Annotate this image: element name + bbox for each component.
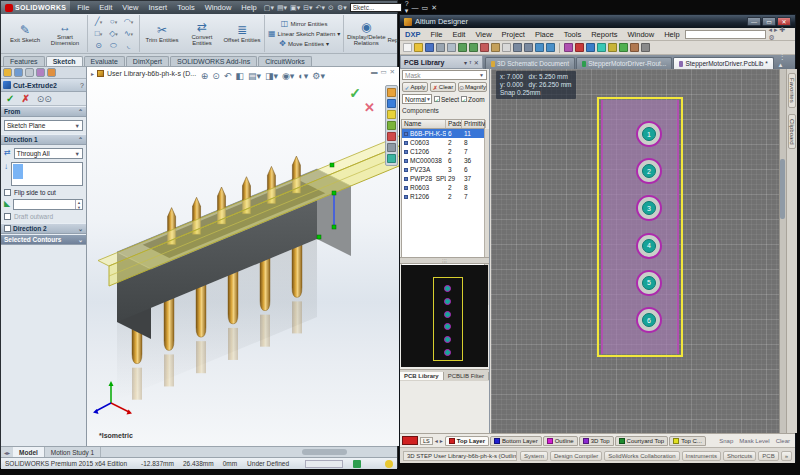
pm-tab-configuration-icon[interactable] <box>25 68 34 77</box>
active-layer-swatch[interactable] <box>402 436 418 445</box>
place-fill-icon[interactable] <box>641 43 650 52</box>
sw-undo-icon[interactable]: ↶▾ <box>316 4 325 12</box>
panel-dropdown-icon[interactable]: ▾ <box>464 59 467 66</box>
circle-tool-icon[interactable]: ○▾ <box>106 16 121 28</box>
sw-options-icon[interactable]: ⚙▾ <box>337 4 347 12</box>
menu-help[interactable]: Help <box>659 29 684 40</box>
editor-vscroll-thumb[interactable] <box>780 159 785 219</box>
ellipse-tool-icon[interactable]: ⬭ <box>106 40 121 52</box>
reverse-direction-icon[interactable]: ⇄ <box>4 148 11 157</box>
alt-help-nav-icons[interactable]: ◂ ▸ ✚ ⚙ <box>769 26 791 42</box>
move-entities-button[interactable]: ✥ Move Entities▾ <box>279 39 329 48</box>
layer-tab-outline[interactable]: Outline <box>543 436 578 446</box>
menu-window[interactable]: Window <box>622 29 659 40</box>
end-condition-select[interactable]: Through All▼ <box>14 148 83 159</box>
menu-insert[interactable]: Insert <box>143 2 172 13</box>
bottom-tab-model[interactable]: Model <box>13 447 45 457</box>
task-view-palette-icon[interactable] <box>387 121 396 130</box>
move-icon[interactable] <box>524 43 533 52</box>
paste-icon[interactable] <box>502 43 511 52</box>
status-button-solidworks-collaboration[interactable]: SolidWorks Collaboration <box>604 451 679 461</box>
smart-dimension-button[interactable]: ↔ Smart Dimension <box>46 16 84 52</box>
component-row[interactable]: C120627 <box>402 147 484 156</box>
menu-edit[interactable]: Edit <box>94 2 117 13</box>
draft-angle-spinner[interactable]: ▲▼ <box>13 199 83 210</box>
pm-cancel-button[interactable]: ✗ <box>21 93 29 104</box>
trim-entities-button[interactable]: ✂ Trim Entities <box>143 16 181 52</box>
layer-scroll-left-icon[interactable]: ◂ <box>435 437 438 444</box>
arc-tool-icon[interactable]: ◠▾ <box>121 16 136 28</box>
component-row[interactable]: R120627 <box>402 192 484 201</box>
polygon-tool-icon[interactable]: ◇▾ <box>106 28 121 40</box>
place-string-icon[interactable] <box>597 43 606 52</box>
zoom-area-icon[interactable] <box>546 43 555 52</box>
component-row[interactable]: PWP28_SPLB2937 <box>402 174 484 183</box>
flip-side-checkbox[interactable]: Flip side to cut <box>4 189 83 196</box>
sw-open-icon[interactable]: ▤▾ <box>277 4 287 12</box>
zoom-fit-icon[interactable]: ⊕ <box>201 71 209 81</box>
menu-tools[interactable]: Tools <box>559 29 587 40</box>
direction2-checkbox[interactable] <box>4 225 11 232</box>
panel-tab-pcblib-filter[interactable]: PCBLIB Filter <box>444 372 489 380</box>
rectangle-tool-icon[interactable]: □▾ <box>91 28 106 40</box>
place-arc-icon[interactable] <box>630 43 639 52</box>
place-polygon-icon[interactable] <box>619 43 628 52</box>
pad-1[interactable]: 1 <box>636 121 662 147</box>
units-combo[interactable] <box>305 460 343 468</box>
sw-new-doc-icon[interactable]: ▢▾ <box>264 4 274 12</box>
place-dimension-icon[interactable] <box>608 43 617 52</box>
column-header-name[interactable]: Name <box>402 120 446 128</box>
sw-restore-icon[interactable]: ▭ <box>422 4 429 12</box>
task-home-icon[interactable] <box>387 88 396 97</box>
sketch-point[interactable] <box>332 225 336 229</box>
copy-icon[interactable] <box>491 43 500 52</box>
draft-outward-checkbox[interactable]: Draft outward <box>4 213 83 220</box>
layer-scroll-right-icon[interactable]: ▸ <box>440 437 443 444</box>
tab-dimxpert[interactable]: DimXpert <box>126 56 169 66</box>
print-preview-icon[interactable] <box>447 43 456 52</box>
menu-dxp[interactable]: DXP <box>400 29 425 40</box>
line-tool-icon[interactable]: ╱▾ <box>91 16 106 28</box>
panel-splitter[interactable]: ⁝⁝⁝ <box>400 257 489 264</box>
component-row[interactable]: B6B-PH-K-S611 <box>402 129 484 138</box>
tab-solidworks-add-ins[interactable]: SOLIDWORKS Add-Ins <box>170 56 257 66</box>
alt-search-input[interactable] <box>685 30 766 39</box>
spline-tool-icon[interactable]: ∿▾ <box>121 28 136 40</box>
layerbar-snap[interactable]: Snap <box>716 437 736 445</box>
print-icon[interactable] <box>436 43 445 52</box>
view-settings-icon[interactable]: ⚙▾ <box>312 71 325 81</box>
bottom-tab-motion-study-1[interactable]: Motion Study 1 <box>45 447 101 457</box>
hide-show-icon[interactable]: ◉▾ <box>282 71 294 81</box>
confirmation-cancel-button[interactable]: ✕ <box>364 100 375 115</box>
pm-help-icon[interactable]: ? <box>80 82 84 89</box>
editor-vscrollbar[interactable] <box>779 69 786 433</box>
magnify-button[interactable]: ⊙ Magnify <box>458 82 487 92</box>
layer-tab-bottom-layer[interactable]: Bottom Layer <box>490 436 542 446</box>
sketch-point[interactable] <box>330 163 334 167</box>
layer-tab-top-c-[interactable]: Top C... <box>669 436 706 446</box>
task-custom-properties-icon[interactable] <box>387 154 396 163</box>
pad-4[interactable]: 4 <box>636 233 662 259</box>
mask-combo[interactable]: Mask▼ <box>402 70 487 80</box>
menu-view[interactable]: View <box>470 29 496 40</box>
layer-set-button[interactable]: LS <box>420 437 433 445</box>
select-area-icon[interactable] <box>513 43 522 52</box>
pm-tab-propertymanager-icon[interactable] <box>14 68 23 77</box>
panel-pin-icon[interactable]: ᴛ <box>469 59 472 65</box>
exit-sketch-button[interactable]: ✎ Exit Sketch <box>6 16 44 52</box>
tab-overflow-icon[interactable]: ⋮ ▴ <box>775 53 795 69</box>
display-delete-relations-button[interactable]: ◉ Display/Delete Relations <box>347 16 385 52</box>
view-orientation-icon[interactable]: ▤▾ <box>248 71 261 81</box>
sketch-point[interactable] <box>317 235 321 239</box>
connector-leg[interactable] <box>164 296 174 350</box>
connector-leg[interactable] <box>292 243 302 297</box>
pm-section-from[interactable]: From⌃ <box>1 106 86 117</box>
tab-evaluate[interactable]: Evaluate <box>84 56 125 66</box>
sw-help-icon[interactable]: ?▾ <box>405 0 409 15</box>
task-scene-icon[interactable] <box>387 143 396 152</box>
menu-view[interactable]: View <box>117 2 143 13</box>
alt-close-button[interactable]: ✕ <box>777 17 791 26</box>
panel-tab-pcb-library[interactable]: PCB Library <box>400 372 444 380</box>
display-style-icon[interactable]: ◨▾ <box>265 71 278 81</box>
column-header-primitiv-[interactable]: Primitiv... <box>462 120 486 128</box>
